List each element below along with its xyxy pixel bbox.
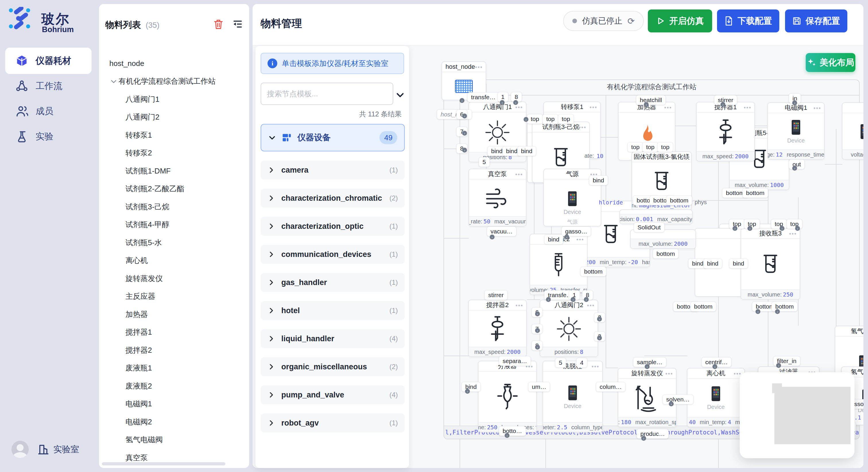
node-menu-icon[interactable]: •••: [681, 152, 688, 162]
port-dot[interactable]: ›: [465, 389, 470, 394]
save-config-button[interactable]: 保存配置: [785, 9, 847, 32]
port-pill[interactable]: top: [558, 114, 574, 124]
avatar[interactable]: [11, 441, 29, 458]
port-pill[interactable]: 4: [577, 358, 587, 368]
node-card-partial[interactable]: voltage:12: [842, 102, 863, 160]
search-input[interactable]: [260, 82, 393, 105]
template-item-liquid_handler[interactable]: liquid_handler(4): [260, 329, 405, 348]
port-dot[interactable]: ›: [755, 309, 761, 314]
port-pill[interactable]: top: [642, 142, 658, 152]
node-menu-icon[interactable]: •••: [744, 102, 751, 113]
port-pill[interactable]: bind: [517, 146, 536, 156]
tree-item[interactable]: 旋转蒸发仪: [99, 270, 249, 288]
chevron-down-icon[interactable]: [110, 78, 119, 85]
node-menu-icon[interactable]: •••: [665, 369, 673, 379]
tree-item[interactable]: 电磁阀1: [99, 395, 249, 413]
port-dot[interactable]: ›: [775, 309, 780, 314]
port-dot[interactable]: ›: [792, 166, 797, 171]
port-pill[interactable]: SolidOut: [634, 223, 664, 232]
node-menu-icon[interactable]: •••: [475, 62, 483, 72]
port-dot[interactable]: ›: [505, 433, 509, 438]
port-pill[interactable]: bind: [729, 259, 748, 268]
trash-icon[interactable]: [214, 19, 223, 30]
port-dot[interactable]: ›: [795, 226, 800, 231]
port-dot[interactable]: ›: [584, 297, 589, 302]
template-item-gas_handler[interactable]: gas_handler(1): [260, 273, 405, 292]
port-pill[interactable]: bind: [703, 259, 722, 268]
node-menu-icon[interactable]: •••: [515, 169, 523, 179]
tree-item[interactable]: 试剂瓶5-水: [99, 234, 249, 252]
download-config-button[interactable]: 下载配置: [717, 9, 779, 32]
tree-item[interactable]: 试剂瓶1-DMF: [99, 162, 249, 180]
tree-item[interactable]: 有机化学流程综合测试工作站: [99, 72, 249, 91]
port-pill[interactable]: um…: [528, 382, 550, 392]
port-dot[interactable]: ›: [513, 100, 518, 105]
port-dot[interactable]: ›: [462, 148, 467, 153]
tree-item[interactable]: 转移泵2: [99, 144, 249, 162]
port-pill[interactable]: separa…: [499, 356, 531, 366]
sidebar-item-experiments[interactable]: 实验: [5, 123, 92, 150]
port-dot[interactable]: ›: [720, 102, 725, 107]
node-card-搅拌器2[interactable]: 搅拌器2•••max_speed:2000: [468, 300, 527, 357]
port-dot[interactable]: ›: [535, 328, 540, 333]
port-dot[interactable]: ›: [597, 336, 602, 340]
sidebar-item-workflow[interactable]: 工作流: [5, 73, 92, 99]
node-menu-icon[interactable]: •••: [587, 300, 595, 310]
port-dot[interactable]: ›: [564, 235, 569, 239]
port-pill[interactable]: top: [527, 114, 543, 124]
tree-item[interactable]: 废液瓶1: [99, 359, 249, 377]
port-pill[interactable]: bind: [589, 175, 608, 185]
tree-item[interactable]: 八通阀门1: [99, 90, 249, 108]
chevron-down-icon[interactable]: [395, 90, 405, 100]
refresh-icon[interactable]: ⟳: [627, 16, 634, 26]
port-pill[interactable]: bottom: [580, 267, 606, 276]
node-card-电磁阀1[interactable]: 电磁阀1•••Devicevoltage:12response_time:0.1: [767, 102, 825, 160]
template-item-communication_devices[interactable]: communication_devices(1): [260, 245, 405, 264]
port-dot[interactable]: ›: [500, 100, 505, 105]
template-item-characterization_chromatic[interactable]: characterization_chromatic(2): [260, 189, 405, 208]
port-pill[interactable]: solven…: [662, 395, 693, 404]
port-pill[interactable]: top: [657, 142, 673, 152]
tree-item[interactable]: 氢气电磁阀: [99, 431, 249, 449]
port-dot[interactable]: ›: [546, 297, 551, 302]
template-item-organic_miscellaneous[interactable]: organic_miscellaneous(2): [260, 357, 405, 376]
tree-item[interactable]: 废液瓶2: [99, 377, 249, 395]
port-pill[interactable]: 5: [555, 358, 566, 368]
port-pill[interactable]: sample…: [633, 357, 666, 367]
category-instruments[interactable]: 仪器设备 49: [260, 124, 405, 151]
tree-item[interactable]: host_node: [99, 55, 249, 72]
port-dot[interactable]: ›: [535, 311, 540, 316]
port-pill[interactable]: botto…: [499, 426, 526, 436]
node-card-分液器[interactable]: 分液器•••volume:250has_phases:true: [478, 361, 537, 432]
tree-item[interactable]: 主反应器: [99, 288, 249, 306]
port-pill[interactable]: transfe…: [467, 92, 499, 102]
port-dot[interactable]: ›: [747, 226, 752, 231]
port-pill[interactable]: stirrer: [714, 95, 737, 105]
node-card-partial[interactable]: precision:0.001max_capacity:10: [619, 209, 693, 224]
port-dot[interactable]: ›: [462, 131, 467, 136]
collapse-panel-icon[interactable]: [232, 19, 243, 30]
port-dot[interactable]: ›: [669, 401, 674, 406]
node-card-搅拌器1[interactable]: 搅拌器1•••max_speed:2000: [696, 102, 755, 162]
template-item-hotel[interactable]: hotel(1): [260, 301, 405, 320]
sidebar-item-members[interactable]: 成员: [5, 98, 92, 125]
node-card-八通阀门2[interactable]: 八通阀门2•••positions:8: [539, 300, 598, 357]
simulation-status-pill[interactable]: 仿真已停止 ⟳: [563, 11, 644, 31]
tree-item[interactable]: 加热器: [99, 305, 249, 324]
template-item-camera[interactable]: camera(1): [260, 161, 405, 179]
port-pill[interactable]: top: [627, 142, 643, 152]
template-item-robot_agv[interactable]: robot_agv(1): [260, 413, 405, 432]
port-dot[interactable]: ›: [644, 102, 649, 107]
port-pill[interactable]: top: [771, 219, 787, 229]
port-dot[interactable]: ›: [490, 235, 495, 239]
tree-item[interactable]: 试剂瓶2-乙酸乙酯: [99, 180, 249, 198]
port-dot[interactable]: ›: [535, 345, 540, 349]
tree-item[interactable]: 电磁阀2: [99, 413, 249, 431]
port-pill[interactable]: bind: [544, 235, 563, 244]
tree-item[interactable]: 试剂瓶3-己烷: [99, 198, 249, 216]
node-menu-icon[interactable]: •••: [579, 122, 586, 133]
tree-item[interactable]: 转移泵1: [99, 126, 249, 144]
template-item-pump_and_valve[interactable]: pump_and_valve(4): [260, 385, 405, 404]
port-dot[interactable]: ›: [462, 113, 467, 119]
node-card-离心机[interactable]: 离心机•••Devicetemp:40min_temp:4max_spe: [687, 368, 745, 427]
